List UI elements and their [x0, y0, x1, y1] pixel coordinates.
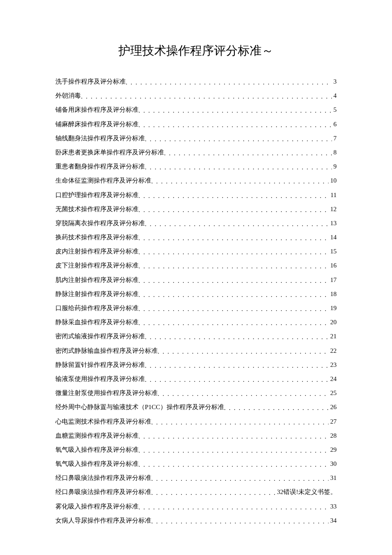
toc-entry-label: 口腔护理操作程序及评分标准: [55, 192, 138, 198]
toc-entry[interactable]: 外朝消毒4: [55, 93, 337, 99]
toc-entry-label: 微量注射泵使用操作程序及评分标准: [55, 390, 158, 396]
toc-entry-page: 21: [329, 333, 337, 340]
toc-entry-page: 5: [332, 107, 337, 113]
toc-entry[interactable]: 卧床患者更换床单操作程序及评分标准8: [55, 149, 337, 156]
toc-entry-label: 肌内注射操作程序及评分标准: [55, 277, 138, 283]
toc-entry-label: 换药技术操作程序及评分标准: [55, 234, 138, 241]
toc-entry-page: 13: [329, 220, 337, 227]
toc-entry-label: 氧气吸入操作程序及评分标准: [55, 461, 138, 467]
toc-entry[interactable]: 口服给药操作程序及评分标准19: [55, 305, 337, 311]
toc-entry[interactable]: 口腔护理操作程序及评分标准11: [55, 192, 337, 198]
toc-entry-label: 密闭式静脉输血操作程序及评分标准: [55, 348, 158, 354]
toc-leader-dots: [138, 278, 329, 284]
toc-entry-page: 24: [329, 376, 337, 382]
toc-entry-page: 29: [329, 447, 337, 453]
toc-leader-dots: [145, 363, 329, 369]
toc-entry[interactable]: 密闭式静脉输血操作程序及评分标准22: [55, 348, 337, 354]
toc-entry[interactable]: 洗手操作程序及评分标准3: [55, 78, 337, 85]
toc-entry-label: 皮内注射操作程序及评分标准: [55, 248, 138, 255]
toc-entry[interactable]: 血糖监测操作程序及评分标准28: [55, 433, 337, 439]
toc-entry-page: 27: [329, 418, 337, 425]
toc-leader-dots: [138, 207, 329, 213]
toc-entry-label: 经外周中心静脉置与输液技术（P1CC）操作程序及评分标准: [55, 404, 224, 410]
toc-entry-label: 心电监测技术操作程序及评分标准: [55, 418, 151, 425]
toc-entry-page: 16: [329, 262, 337, 269]
toc-leader-dots: [158, 391, 329, 397]
toc-entry[interactable]: 经口鼻吸痰法操作程序及评分标准32 错误!未定义书签。: [55, 489, 337, 495]
toc-entry-label: 雾化吸入操作程序及评分标准: [55, 503, 138, 510]
toc-leader-dots: [151, 476, 329, 482]
toc-entry-label: 轴线翻身法操作程序及评分标准: [55, 135, 145, 142]
toc-entry-page: 26: [329, 404, 337, 410]
toc-leader-dots: [138, 235, 329, 241]
toc-entry-label: 经口鼻吸痰法操作程序及评分标准: [55, 475, 151, 481]
toc-entry-label: 穿脱隔离衣操作程序及评分标准: [55, 220, 145, 227]
toc-leader-dots: [81, 93, 332, 100]
toc-entry-page: 25: [329, 390, 337, 396]
toc-entry-label: 卧床患者更换床单操作程序及评分标准: [55, 149, 164, 156]
toc-leader-dots: [138, 122, 332, 128]
toc-leader-dots: [145, 377, 329, 383]
toc-leader-dots: [138, 504, 329, 511]
toc-leader-dots: [138, 462, 329, 468]
toc-entry[interactable]: 静脉采血操作程序及评分标准20: [55, 319, 337, 325]
toc-entry[interactable]: 静脉注射操作程序及评分标准18: [55, 291, 337, 297]
toc-entry-label: 静脉注射操作程序及评分标准: [55, 291, 138, 297]
toc-entry[interactable]: 静脉留置针操作程序及评分标准23: [55, 362, 337, 368]
toc-entry-label: 口服给药操作程序及评分标准: [55, 305, 138, 311]
document-title: 护理技术操作程序评分标准～: [55, 43, 337, 59]
toc-entry[interactable]: 氧气吸入操作程序及评分标准30: [55, 461, 337, 467]
toc-entry-page: 7: [332, 135, 337, 142]
toc-entry-label: 氧气吸入操作程序及评分标准: [55, 447, 138, 453]
toc-leader-dots: [138, 263, 329, 270]
toc-leader-dots: [145, 334, 329, 340]
table-of-contents: 洗手操作程序及评分标准3外朝消毒4铺备用床操作程序及评分标准5铺麻醉床操作程序及…: [55, 78, 337, 524]
toc-entry[interactable]: 轴线翻身法操作程序及评分标准7: [55, 135, 337, 142]
toc-entry[interactable]: 经外周中心静脉置与输液技术（P1CC）操作程序及评分标准26: [55, 404, 337, 410]
toc-entry-page: 9: [332, 163, 337, 170]
toc-entry[interactable]: 心电监测技术操作程序及评分标准27: [55, 418, 337, 425]
toc-entry[interactable]: 微量注射泵使用操作程序及评分标准25: [55, 390, 337, 396]
toc-entry[interactable]: 无菌技术操作程序及评分标准12: [55, 206, 337, 212]
toc-entry[interactable]: 生命体征监测操作程序及评分标准10: [55, 177, 337, 184]
toc-entry[interactable]: 铺麻醉床操作程序及评分标准6: [55, 121, 337, 128]
toc-leader-dots: [151, 178, 329, 185]
toc-entry-page: 17: [329, 277, 337, 283]
toc-leader-dots: [224, 405, 329, 411]
toc-leader-dots: [145, 136, 332, 142]
toc-entry-label: 静脉采血操作程序及评分标准: [55, 319, 138, 325]
toc-entry[interactable]: 输液泵使用操作程序及评分标准24: [55, 376, 337, 382]
toc-entry-page: 11: [329, 192, 337, 198]
toc-entry-page: 19: [329, 305, 337, 311]
toc-entry-label: 洗手操作程序及评分标准: [55, 78, 126, 85]
toc-entry-page: 33: [329, 503, 337, 510]
toc-leader-dots: [158, 349, 329, 355]
toc-entry[interactable]: 肌内注射操作程序及评分标准17: [55, 277, 337, 283]
toc-entry-error-suffix: 错误!未定义书签。: [283, 489, 337, 495]
toc-entry[interactable]: 皮下注射操作程序及评分标准16: [55, 262, 337, 269]
toc-entry[interactable]: 换药技术操作程序及评分标准14: [55, 234, 337, 241]
toc-entry[interactable]: 穿脱隔离衣操作程序及评分标准13: [55, 220, 337, 227]
toc-entry-label: 女病人导尿操作作程序及评分标准: [55, 517, 151, 524]
toc-entry-page: 31: [329, 475, 337, 481]
toc-entry-page: 6: [332, 121, 337, 128]
toc-entry-page: 32: [275, 489, 283, 495]
toc-entry[interactable]: 雾化吸入操作程序及评分标准33: [55, 503, 337, 510]
toc-entry[interactable]: 女病人导尿操作作程序及评分标准34: [55, 517, 337, 524]
toc-leader-dots: [164, 150, 332, 157]
toc-leader-dots: [151, 518, 329, 525]
toc-entry[interactable]: 氧气吸入操作程序及评分标准29: [55, 447, 337, 453]
toc-entry-label: 无菌技术操作程序及评分标准: [55, 206, 138, 212]
toc-entry-page: 8: [332, 149, 337, 156]
toc-entry-page: 34: [329, 517, 337, 524]
toc-entry[interactable]: 重患者翻身操作程序及评分标准9: [55, 163, 337, 170]
toc-entry[interactable]: 密闭式输液操作程序及评分标准21: [55, 333, 337, 340]
toc-entry-label: 密闭式输液操作程序及评分标准: [55, 333, 145, 340]
toc-entry[interactable]: 经口鼻吸痰法操作程序及评分标准31: [55, 475, 337, 481]
toc-entry[interactable]: 皮内注射操作程序及评分标准15: [55, 248, 337, 255]
toc-entry[interactable]: 铺备用床操作程序及评分标准5: [55, 107, 337, 113]
toc-entry-page: 14: [329, 234, 337, 241]
toc-entry-label: 外朝消毒: [55, 93, 81, 99]
toc-entry-label: 铺备用床操作程序及评分标准: [55, 107, 138, 113]
toc-leader-dots: [126, 79, 332, 86]
